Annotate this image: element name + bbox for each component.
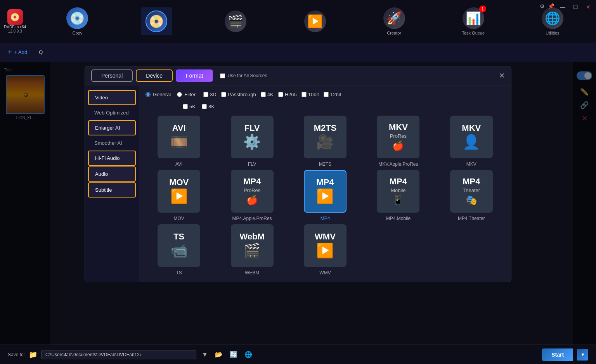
format-icon-mov: MOV ▶️	[158, 170, 200, 213]
check-4k-input[interactable]	[261, 92, 266, 97]
format-card-webm[interactable]: WebM 🎬 WEBM	[218, 224, 285, 276]
format-label-mp4-prores: MP4.Apple.ProRes	[232, 216, 272, 221]
format-icon-ts: TS 📹	[158, 224, 200, 267]
quick-button[interactable]: Q	[39, 49, 43, 55]
start-button[interactable]: Start	[542, 348, 573, 361]
format-card-mp4-prores[interactable]: MP4 ProRes 🍎 MP4.Apple.ProRes	[218, 170, 285, 221]
check-passthrough-input[interactable]	[221, 92, 226, 97]
format-icon-mkv-prores: MKV ProRes 🍎	[377, 116, 419, 158]
format-card-mkv-prores[interactable]: MKV ProRes 🍎 MKV.Apple.ProRes	[365, 116, 431, 167]
radio-group: General Filter	[146, 92, 196, 97]
minimize-button[interactable]: —	[558, 3, 568, 11]
folder-browse-button[interactable]: 📂	[213, 349, 224, 360]
format-label-mp4-theater: MP4.Theater	[458, 216, 485, 221]
format-card-mov[interactable]: MOV ▶️ MOV	[146, 170, 212, 221]
format-label-webm: WEBM	[245, 270, 259, 276]
check-3d-input[interactable]	[203, 92, 208, 97]
sidebar-item-hi-fi-audio[interactable]: Hi-Fi Audio	[88, 151, 136, 166]
sidebar-item-enlarger-ai[interactable]: Enlarger AI	[88, 120, 136, 135]
format-content: General Filter 3D	[139, 85, 511, 282]
radio-filter-input[interactable]	[177, 92, 182, 97]
modal-header: Personal Device Format Use for All Sourc…	[85, 66, 511, 85]
format-card-mkv[interactable]: MKV 👤 MKV	[438, 116, 505, 167]
use-all-sources: Use for All Sources	[220, 73, 267, 78]
radio-filter[interactable]: Filter	[177, 92, 196, 97]
checkbox-group: 3D Passthrough 4K	[203, 92, 341, 97]
format-icon-m2ts: M2TS 🎥	[304, 116, 347, 158]
app-name: DVDFab x64	[4, 25, 26, 29]
nav-item-creator[interactable]: 🚀 Creator	[379, 7, 410, 35]
check-12bit[interactable]: 12bit	[324, 92, 341, 97]
save-path-input[interactable]	[41, 350, 196, 359]
check-8k[interactable]: 8K	[202, 104, 215, 109]
format-icon-flv: FLV ⚙️	[231, 116, 274, 158]
check-12bit-input[interactable]	[324, 92, 329, 97]
check-5k[interactable]: 5K	[183, 104, 196, 109]
format-label-flv: FLV	[248, 161, 256, 167]
modal-sidebar: Video Web Optimized Enlarger AI Smoother…	[85, 85, 139, 282]
sidebar-item-audio[interactable]: Audio	[88, 166, 136, 182]
sidebar-item-web-optimized[interactable]: Web Optimized	[88, 106, 136, 120]
modal-close-button[interactable]: ✕	[499, 71, 505, 80]
radio-general[interactable]: General	[146, 92, 171, 97]
settings-icon[interactable]: ⚙	[540, 3, 545, 11]
tab-personal[interactable]: Personal	[91, 69, 133, 82]
nav-label-creator: Creator	[387, 31, 401, 35]
nav-item-ripper[interactable]: 📀	[141, 7, 172, 35]
use-all-sources-checkbox[interactable]	[220, 73, 225, 78]
nav-item-launcher[interactable]: 📊 1 Task Queue	[458, 7, 489, 35]
check-10bit-label: 10bit	[308, 92, 319, 97]
check-passthrough[interactable]: Passthrough	[221, 92, 256, 97]
modal-body: Video Web Optimized Enlarger AI Smoother…	[85, 85, 511, 282]
copy-icon: 💿	[69, 11, 85, 26]
nav-item-copy[interactable]: 💿 Copy	[62, 7, 93, 35]
tab-device[interactable]: Device	[136, 69, 173, 82]
nav-item-video-downloader[interactable]: ▶️	[300, 10, 331, 32]
globe-icon-button[interactable]: 🌐	[243, 349, 254, 360]
format-label-wmv: WMV	[319, 270, 331, 276]
format-card-wmv[interactable]: WMV ▶️ WMV	[292, 224, 359, 276]
start-dropdown-button[interactable]: ▼	[577, 349, 588, 361]
check-h265-input[interactable]	[278, 92, 283, 97]
filter-row: General Filter 3D	[146, 92, 505, 97]
format-card-ts[interactable]: TS 📹 TS	[146, 224, 212, 276]
main-content: Title − 🦁 LION_KI... Personal Device For…	[0, 62, 596, 345]
tab-format[interactable]: Format	[176, 69, 213, 82]
close-button[interactable]: ✕	[584, 3, 593, 11]
check-h265[interactable]: H265	[278, 92, 297, 97]
nav-item-video-converter[interactable]: 🎬	[220, 10, 251, 32]
format-icon-webm: WebM 🎬	[231, 224, 274, 267]
format-card-m2ts[interactable]: M2TS 🎥 M2TS	[292, 116, 359, 167]
check-8k-input[interactable]	[202, 104, 207, 109]
sidebar-label-hi-fi-audio: Hi-Fi Audio	[95, 155, 120, 161]
format-card-mp4-mobile[interactable]: MP4 Mobile 📱 MP4.Mobile	[365, 170, 431, 221]
sidebar-item-video[interactable]: Video	[88, 90, 136, 105]
sidebar-item-subtitle[interactable]: Subtitle	[88, 182, 136, 198]
check-10bit[interactable]: 10bit	[301, 92, 319, 97]
refresh-button[interactable]: 🔄	[228, 349, 239, 360]
format-card-mp4-theater[interactable]: MP4 Theater 🎭 MP4.Theater	[438, 170, 505, 221]
format-modal: Personal Device Format Use for All Sourc…	[85, 66, 511, 282]
nav-label-utilities: Utilities	[546, 31, 559, 35]
radio-general-input[interactable]	[146, 92, 151, 97]
dropdown-arrow-button[interactable]: ▼	[200, 350, 210, 360]
format-icon-mp4-mobile: MP4 Mobile 📱	[377, 170, 419, 213]
check-4k[interactable]: 4K	[261, 92, 274, 97]
format-label-avi: AVI	[175, 161, 182, 167]
add-button[interactable]: + + Add	[8, 48, 27, 56]
radio-filter-label: Filter	[184, 92, 196, 97]
check-5k-input[interactable]	[183, 104, 188, 109]
format-card-flv[interactable]: FLV ⚙️ FLV	[218, 116, 285, 167]
format-card-avi[interactable]: AVI 🎞️ AVI	[146, 116, 212, 167]
video-converter-icon: 🎬	[228, 14, 243, 29]
top-bar: ⚙ 📌 — ☐ ✕ 📀 DVDFab x64 12.0.9.3 💿 Copy 📀	[0, 0, 596, 43]
check-3d[interactable]: 3D	[203, 92, 217, 97]
format-card-mp4[interactable]: MP4 ▶️ MP4	[292, 170, 359, 221]
pin-icon[interactable]: 📌	[548, 3, 554, 11]
check-passthrough-label: Passthrough	[228, 92, 256, 97]
sidebar-item-smoother-ai[interactable]: Smoother AI	[88, 136, 136, 150]
check-10bit-input[interactable]	[301, 92, 307, 97]
maximize-button[interactable]: ☐	[571, 3, 580, 11]
nav-icons-row: 💿 Copy 📀 🎬 ▶️ 🚀 Creator	[38, 7, 592, 35]
app-logo: 📀 DVDFab x64 12.0.9.3	[4, 9, 26, 33]
